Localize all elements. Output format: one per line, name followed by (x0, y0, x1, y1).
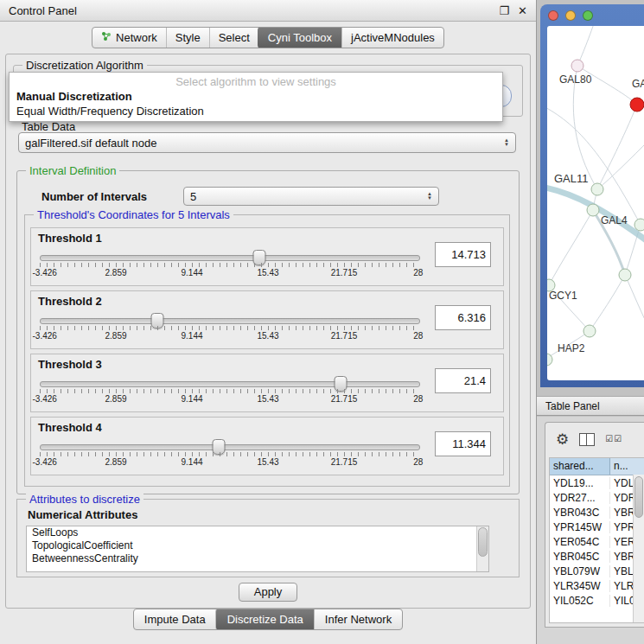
slider-track[interactable] (40, 255, 420, 261)
threshold-label: Threshold 1 (38, 232, 102, 245)
close-traffic-light-icon[interactable] (548, 10, 558, 21)
column-header-name[interactable]: n... (610, 458, 644, 475)
table-data-select[interactable]: galFiltered.sif default node ▲▼ (18, 132, 516, 153)
scale-label: 21.715 (331, 268, 358, 277)
network-canvas[interactable]: GAL80 GA GAL11 GAL4 GCY1 HAP2 (547, 26, 644, 380)
list-item[interactable]: TopologicalCoefficient (27, 539, 488, 552)
table-row[interactable]: YDR27...YDR2 (550, 490, 644, 505)
top-tabbar: Network Style Select Cyni Toolbox jActiv… (0, 22, 536, 53)
tab-infer-network[interactable]: Infer Network (314, 609, 402, 629)
attributes-scrollbar[interactable] (476, 526, 488, 571)
table-panel-header: Table Panel (537, 396, 644, 416)
scale-label: -3.426 (32, 394, 56, 404)
threshold-2-value-field[interactable]: 6.316 (435, 305, 491, 330)
threshold-1-slider[interactable]: -3.426 2.859 9.144 15.43 21.715 28 (40, 249, 420, 280)
scale-label: 21.715 (331, 394, 358, 404)
tab-jactivemnodules[interactable]: jActiveMNodules (341, 28, 443, 48)
float-window-icon[interactable]: ❐ (499, 4, 509, 17)
zoom-traffic-light-icon[interactable] (583, 10, 593, 21)
node-table: shared... n... YDL19...YDL1 YDR27...YDR2… (549, 457, 644, 623)
scale-label: 2.859 (105, 268, 126, 277)
dropdown-hint: Select algorithm to view settings (10, 73, 502, 89)
table-row[interactable]: YBR045CYBR0 (550, 549, 644, 564)
threshold-4-value-field[interactable]: 11.344 (435, 431, 491, 456)
algorithm-dropdown-list: Select algorithm to view settings Manual… (9, 72, 503, 122)
select-columns-icon[interactable]: ☑☑ (605, 435, 622, 443)
table-row[interactable]: YBR043CYBR0 (550, 505, 644, 520)
dropdown-option-manual-discretization[interactable]: Manual Discretization (10, 89, 502, 104)
numerical-attributes-label: Numerical Attributes (28, 508, 137, 521)
threshold-2-slider[interactable]: -3.426 2.859 9.144 15.43 21.715 28 (40, 312, 420, 343)
tab-select[interactable]: Select (209, 28, 258, 48)
column-header-shared[interactable]: shared... (550, 458, 610, 475)
dropdown-option-equal-width-frequency[interactable]: Equal Width/Frequency Discretization (10, 104, 502, 118)
cell: YDR27... (550, 492, 610, 504)
table-row[interactable]: YIL052CYIL0 (550, 593, 644, 608)
table-row[interactable]: YBL079WYBL0 (550, 564, 644, 578)
bottom-tabs: Impute Data Discretize Data Infer Networ… (133, 609, 403, 630)
threshold-3-slider[interactable]: -3.426 2.859 9.144 15.43 21.715 28 (40, 375, 420, 406)
tab-label: Network (116, 31, 157, 44)
list-item[interactable]: SelfLoops (27, 526, 488, 539)
threshold-1-value-field[interactable]: 14.713 (435, 242, 491, 267)
apply-button[interactable]: Apply (239, 583, 297, 602)
tab-impute-data[interactable]: Impute Data (134, 609, 216, 629)
scrollbar-thumb[interactable] (478, 527, 488, 557)
minimize-traffic-light-icon[interactable] (565, 10, 576, 21)
interval-definition-group: Interval Definition Number of Intervals … (16, 170, 520, 494)
scale-label: -3.426 (32, 457, 56, 467)
table-toolbar: ⚙ ☑☑ (545, 423, 644, 456)
gear-icon[interactable]: ⚙ (556, 432, 569, 447)
slider-track[interactable] (40, 381, 420, 387)
scale-label: 9.144 (181, 268, 202, 277)
scale-label: 2.859 (105, 394, 126, 404)
cell: YBL079W (550, 565, 610, 577)
columns-icon[interactable] (579, 433, 595, 446)
group-title: Threshold's Coordinates for 5 Intervals (34, 208, 233, 221)
scale-label: 28 (413, 331, 423, 341)
num-intervals-select[interactable]: 5 ▲▼ (183, 187, 439, 206)
top-tabs: Network Style Select Cyni Toolbox jActiv… (92, 27, 444, 48)
traffic-lights (548, 10, 593, 21)
num-intervals-value: 5 (190, 190, 196, 203)
threshold-3-value-field[interactable]: 21.4 (435, 368, 491, 393)
node-label-gal11[interactable]: GAL11 (554, 172, 589, 185)
table-row[interactable]: YPR145WYPR1 (550, 520, 644, 534)
cell: YBR043C (550, 507, 610, 519)
threshold-4-slider[interactable]: -3.426 2.859 9.144 15.43 21.715 28 (40, 438, 420, 469)
node-label-gal80[interactable]: GAL80 (559, 73, 591, 86)
attributes-group: Attributes to discretize Numerical Attri… (16, 499, 520, 577)
thresholds-group: Threshold's Coordinates for 5 Intervals … (24, 214, 510, 487)
table-row[interactable]: YLR345WYLR3 (550, 578, 644, 593)
slider-track[interactable] (40, 318, 420, 324)
scrollbar-thumb[interactable] (634, 476, 643, 518)
num-intervals-label: Number of Intervals (41, 190, 147, 203)
node-label-gal4[interactable]: GAL4 (601, 214, 628, 226)
threshold-label: Threshold 4 (38, 421, 102, 434)
tab-style[interactable]: Style (166, 28, 209, 48)
table-scrollbar[interactable] (633, 475, 644, 622)
close-icon[interactable]: ✕ (518, 4, 527, 17)
node-label-hap2[interactable]: HAP2 (558, 342, 584, 354)
window-title: Control Panel (9, 4, 490, 17)
spinner-icon: ▲▼ (422, 192, 432, 201)
slider-track[interactable] (40, 444, 420, 450)
list-item[interactable]: BetweennessCentrality (27, 552, 488, 565)
node-label-gcy1[interactable]: GCY1 (549, 290, 577, 302)
tab-discretize-data[interactable]: Discretize Data (215, 609, 315, 630)
scale-label: 21.715 (331, 331, 358, 341)
threshold-4-panel: Threshold 4 -3.426 2.859 9.144 15.43 (30, 417, 504, 475)
scale-label: -3.426 (32, 268, 56, 277)
cell: YIL052C (550, 595, 610, 607)
node-label-partial[interactable]: GA (632, 78, 644, 90)
tab-cyni-toolbox[interactable]: Cyni Toolbox (258, 27, 342, 48)
table-row[interactable]: YER054CYER0 (550, 534, 644, 549)
tab-network[interactable]: Network (92, 28, 166, 48)
control-panel-titlebar: Control Panel ❐ ✕ (0, 0, 536, 22)
table-row[interactable]: YDL19...YDL1 (550, 475, 644, 490)
scale-label: 21.715 (331, 457, 358, 467)
scale-label: 28 (413, 268, 423, 277)
scale-label: 2.859 (105, 457, 126, 467)
table-data-value: galFiltered.sif default node (25, 137, 156, 150)
slider-scale: -3.426 2.859 9.144 15.43 21.715 28 (40, 268, 420, 278)
